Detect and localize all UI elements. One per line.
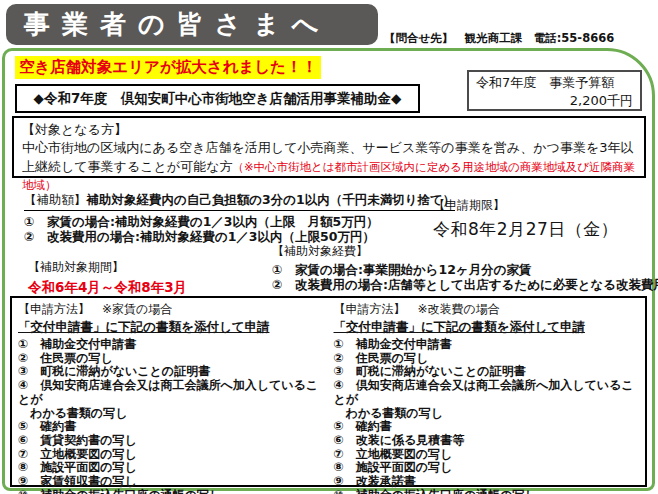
page-title-banner: 事業者の皆さまへ [6,4,378,45]
list-item: ⑧ 施設平面図の写し [18,461,327,475]
eligible-expenses-label: 【補助対象経費】 [272,243,658,260]
list-item: ⑨ 家賃領収書の写し [18,475,327,489]
list-item: ② 住民票の写し [18,352,327,366]
subsidy-amount-title: 【補助額】補助対象経費内の自己負担額の3分の1以内（千円未満切り捨て） [24,192,455,211]
budget-label: 令和7年度 事業予算額 [476,74,633,92]
eligibility-box: 【対象となる方】 中心市街地の区域内にある空き店舗を活用して小売商業、サービス業… [12,116,646,178]
deadline-value: 令和8年2月27日（金） [433,218,618,241]
list-item: ① 補助金交付申請書 [334,338,644,352]
page-title: 事業者の皆さまへ [24,7,330,42]
list-item: ② 住民票の写し [334,352,644,366]
list-item: ① 補助金交付申請書 [18,338,327,352]
list-item: ⑥ 賃貸契約書の写し [18,434,327,448]
list-item: ① 家賃の場合:事業開始から12ヶ月分の家賃 [272,262,658,277]
budget-amount: 2,200千円 [476,92,633,110]
list-item: ⑩ 補助金の振込先口座の通帳の写し [334,489,644,494]
eligibility-label: 【対象となる方】 [22,121,636,139]
list-item: ⑨ 改装承諾書 [334,475,644,489]
list-item: ② 改装費用の場合:店舗等として出店するために必要となる改装費用 [272,277,658,292]
list-item: ⑤ 確約書 [334,420,644,434]
subsidy-amount-label: 【補助額】 [24,192,87,207]
application-rent-subtitle: 「交付申請書」に下記の書類を添付して申請 [18,319,327,336]
list-item: ⑦ 立地概要図の写し [334,448,644,462]
eligible-expenses-list: ① 家賃の場合:事業開始から12ヶ月分の家賃② 改装費用の場合:店舗等として出店… [272,262,658,292]
subsidy-period-value: 令和6年4月～令和8年3月 [28,279,187,297]
deadline-label: 【申請期限】 [433,197,618,214]
list-item: ④ 倶知安商店連合会又は商工会議所へ加入していることが わかる書類の写し [18,379,327,420]
application-rent-column: 【申請方法】 ※家賃の場合 「交付申請書」に下記の書類を添付して申請 ① 補助金… [12,298,329,485]
list-item: ⑩ 補助金の振込先口座の通帳の写し [18,489,327,494]
list-item: ⑥ 改装に係る見積書等 [334,434,644,448]
expansion-notice: 空き店舗対象エリアが拡大されました！！ [15,56,321,79]
program-title: ◆令和7年度 倶知安町中心市街地空き店舗活用事業補助金◆ [34,90,402,108]
list-item: ⑤ 確約書 [18,420,327,434]
list-item: ① 家賃の場合:補助対象経費の1／3以内（上限 月額5万円） [24,214,455,229]
list-item: ③ 町税に滞納がないことの証明書 [334,365,644,379]
subsidy-amount-section: 【補助額】補助対象経費内の自己負担額の3分の1以内（千円未満切り捨て） ① 家賃… [24,192,455,244]
contact-info: 【問合せ先】 観光商工課 電話:55-8666 [384,31,614,46]
application-renovation-column: 【申請方法】 ※改装費の場合 「交付申請書」に下記の書類を添付して申請 ① 補助… [329,298,646,485]
application-renovation-subtitle: 「交付申請書」に下記の書類を添付して申請 [334,319,644,336]
deadline-section: 【申請期限】 令和8年2月27日（金） [433,197,618,241]
list-item: ④ 倶知安商店連合会又は商工会議所へ加入していることが わかる書類の写し [334,379,644,420]
list-item: ② 改装費用の場合:補助対象経費の1／3以内（上限50万円） [24,229,455,244]
subsidy-period-section: 【補助対象期間】 令和6年4月～令和8年3月 [28,259,187,297]
eligible-expenses-section: 【補助対象経費】 ① 家賃の場合:事業開始から12ヶ月分の家賃② 改装費用の場合… [272,243,658,292]
application-methods-box: 【申請方法】 ※家賃の場合 「交付申請書」に下記の書類を添付して申請 ① 補助金… [10,296,647,487]
list-item: ③ 町税に滞納がないことの証明書 [18,365,327,379]
application-renovation-list: ① 補助金交付申請書② 住民票の写し③ 町税に滞納がないことの証明書④ 倶知安商… [334,338,644,494]
subsidy-amount-rule: 補助対象経費内の自己負担額の3分の1以内（千円未満切り捨て） [87,192,456,207]
subsidy-period-label: 【補助対象期間】 [28,259,187,276]
budget-box: 令和7年度 事業予算額 2,200千円 [467,70,642,111]
list-item: ⑧ 施設平面図の写し [334,461,644,475]
flyer-page: 事業者の皆さまへ 【問合せ先】 観光商工課 電話:55-8666 空き店舗対象エ… [0,0,658,494]
application-rent-label: 【申請方法】 ※家賃の場合 [18,301,327,318]
application-rent-list: ① 補助金交付申請書② 住民票の写し③ 町税に滞納がないことの証明書④ 倶知安商… [18,338,327,494]
subsidy-amount-list: ① 家賃の場合:補助対象経費の1／3以内（上限 月額5万円）② 改装費用の場合:… [24,214,455,244]
application-renovation-label: 【申請方法】 ※改装費の場合 [334,301,644,318]
eligibility-body: 中心市街地の区域内にある空き店舗を活用して小売商業、サービス業等の事業を営み、か… [22,139,636,194]
list-item: ⑦ 立地概要図の写し [18,448,327,462]
program-title-box: ◆令和7年度 倶知安町中心市街地空き店舗活用事業補助金◆ [15,84,420,113]
